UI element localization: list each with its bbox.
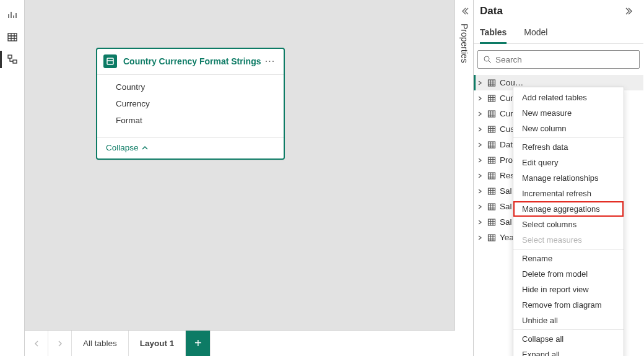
- table-field[interactable]: Country: [97, 79, 284, 95]
- context-menu-item[interactable]: Delete from model: [513, 266, 624, 282]
- table-card-more-icon[interactable]: ···: [263, 54, 277, 69]
- table-icon: [487, 218, 496, 227]
- context-menu-item[interactable]: New column: [513, 121, 624, 136]
- context-menu-item[interactable]: Remove from diagram: [513, 297, 624, 313]
- search-input[interactable]: [495, 55, 634, 64]
- table-card-body: Country Currency Format: [97, 75, 284, 137]
- table-icon: [487, 202, 496, 211]
- svg-rect-2: [13, 60, 17, 63]
- svg-rect-3: [107, 58, 113, 64]
- chevron-right-icon: [477, 172, 486, 180]
- table-icon: [487, 187, 496, 196]
- layout-tab[interactable]: Layout 1: [129, 331, 186, 356]
- context-menu-item[interactable]: Add related tables: [513, 90, 624, 105]
- svg-rect-7: [489, 111, 495, 117]
- context-menu-item[interactable]: Manage relationships: [513, 170, 624, 186]
- table-icon: [487, 94, 496, 103]
- expand-properties-icon[interactable]: [458, 5, 471, 17]
- collapse-label: Collapse: [106, 143, 139, 152]
- data-panel-header: Data: [474, 0, 643, 20]
- svg-rect-1: [8, 55, 12, 58]
- table-icon: [487, 125, 496, 134]
- table-icon: [487, 79, 496, 87]
- data-panel-title: Data: [480, 5, 503, 17]
- context-menu-item[interactable]: Rename: [513, 251, 624, 266]
- svg-rect-14: [489, 219, 495, 225]
- chevron-right-icon: [477, 126, 486, 133]
- chevron-right-icon: [477, 95, 486, 102]
- context-menu-item[interactable]: Refresh data: [513, 139, 624, 155]
- chevron-right-icon: [477, 188, 486, 195]
- properties-label: Properties: [459, 24, 469, 63]
- table-card-header: Country Currency Format Strings ···: [97, 49, 284, 75]
- layout-tabstrip: All tables Layout 1 +: [25, 330, 455, 356]
- context-menu-item[interactable]: Hide in report view: [513, 282, 624, 297]
- add-layout-button[interactable]: +: [186, 331, 211, 356]
- svg-rect-11: [489, 173, 495, 179]
- data-view-icon[interactable]: [0, 26, 25, 48]
- layout-tab-label: Layout 1: [140, 339, 175, 348]
- context-menu-item[interactable]: Unhide all: [513, 313, 624, 328]
- svg-rect-13: [489, 204, 495, 210]
- expand-data-panel-icon[interactable]: [622, 4, 637, 19]
- tabstrip-prev-icon[interactable]: [25, 331, 48, 356]
- layout-tab-label: All tables: [83, 339, 117, 348]
- layout-tab[interactable]: All tables: [72, 331, 129, 356]
- table-card[interactable]: Country Currency Format Strings ··· Coun…: [96, 48, 285, 160]
- table-icon: [487, 141, 496, 149]
- context-menu-item[interactable]: Expand all: [513, 347, 624, 356]
- svg-point-4: [484, 56, 489, 61]
- menu-separator: [513, 137, 624, 138]
- context-menu-item[interactable]: Edit query: [513, 155, 624, 170]
- menu-separator: [513, 329, 624, 330]
- table-field[interactable]: Format: [97, 112, 284, 129]
- menu-separator: [513, 249, 624, 250]
- table-context-menu: Add related tablesNew measureNew columnR…: [513, 87, 624, 356]
- context-menu-item[interactable]: Manage aggregations: [513, 201, 624, 217]
- table-field[interactable]: Currency: [97, 95, 284, 112]
- model-canvas-wrap: Country Currency Format Strings ··· Coun…: [25, 0, 455, 356]
- search-icon: [483, 55, 492, 64]
- svg-rect-15: [489, 235, 495, 241]
- chevron-right-icon: [477, 234, 486, 241]
- svg-rect-5: [489, 80, 495, 86]
- chevron-right-icon: [477, 110, 486, 118]
- model-canvas[interactable]: Country Currency Format Strings ··· Coun…: [25, 0, 455, 330]
- svg-rect-8: [489, 126, 495, 132]
- svg-rect-12: [489, 188, 495, 194]
- svg-rect-10: [489, 157, 495, 163]
- data-search-box[interactable]: [477, 50, 640, 69]
- chevron-right-icon: [477, 203, 486, 211]
- table-icon: [487, 156, 496, 165]
- svg-rect-9: [489, 142, 495, 148]
- chevron-right-icon: [477, 219, 486, 226]
- svg-rect-0: [8, 33, 17, 41]
- svg-rect-6: [489, 95, 495, 102]
- context-menu-item[interactable]: New measure: [513, 105, 624, 121]
- context-menu-item[interactable]: Collapse all: [513, 331, 624, 347]
- table-list-item-label: Cou…: [500, 78, 523, 87]
- chevron-right-icon: [477, 79, 486, 87]
- table-card-title: Country Currency Format Strings: [123, 56, 261, 66]
- table-icon: [487, 110, 496, 118]
- chevron-up-icon: [141, 144, 149, 152]
- table-header-icon: [103, 54, 117, 68]
- model-view-icon[interactable]: [0, 48, 25, 71]
- report-view-icon[interactable]: [0, 4, 25, 26]
- table-icon: [487, 171, 496, 180]
- tabstrip-next-icon[interactable]: [48, 331, 72, 356]
- chevron-right-icon: [477, 157, 486, 164]
- data-tab-tables[interactable]: Tables: [480, 22, 507, 43]
- chevron-right-icon: [477, 141, 486, 149]
- properties-panel-collapsed[interactable]: Properties: [455, 0, 474, 356]
- table-card-collapse[interactable]: Collapse: [97, 137, 284, 158]
- context-menu-item[interactable]: Incremental refresh: [513, 186, 624, 201]
- view-rail: [0, 0, 25, 356]
- table-icon: [487, 233, 496, 242]
- context-menu-item: Select measures: [513, 232, 624, 248]
- data-panel-tabs: Tables Model: [474, 20, 643, 44]
- data-tab-model[interactable]: Model: [524, 22, 547, 43]
- context-menu-item[interactable]: Select columns: [513, 217, 624, 232]
